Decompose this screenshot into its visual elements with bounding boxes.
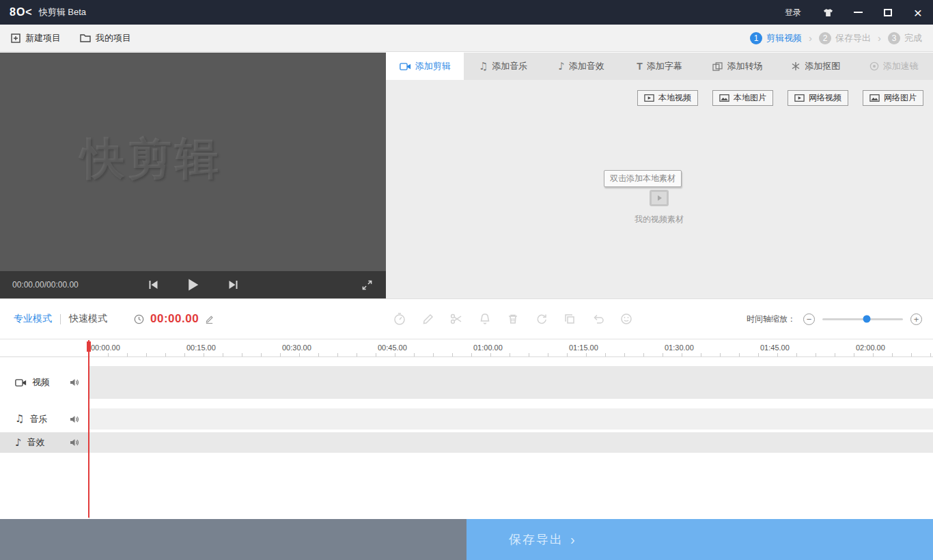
- copy-icon[interactable]: [563, 312, 576, 326]
- project-toolbar: 新建项目 我的项目 1 剪辑视频 › 2 保存导出 › 3 完成: [0, 25, 933, 52]
- tab-add-speed-lens[interactable]: 添加速镜: [855, 53, 933, 80]
- skip-start-button[interactable]: [148, 279, 158, 290]
- video-file-icon[interactable]: [649, 189, 669, 207]
- local-video-button[interactable]: 本地视频: [637, 90, 698, 106]
- empty-state: 双击添加本地素材 我的视频素材: [577, 170, 741, 229]
- edit-tool-icons: [393, 299, 633, 339]
- save-export-button[interactable]: 保存导出 ›: [466, 519, 933, 560]
- add-material-tooltip: 双击添加本地素材: [604, 170, 682, 187]
- zoom-out-button[interactable]: −: [803, 313, 815, 325]
- main-area: 快剪辑 00:00.00/00:00.00: [0, 53, 933, 298]
- playhead-marker[interactable]: [87, 341, 91, 352]
- music-note-icon: ♫: [479, 61, 488, 72]
- local-image-button[interactable]: 本地图片: [712, 90, 773, 106]
- tab-add-music[interactable]: ♫ 添加音乐: [464, 53, 542, 80]
- speed-lens-icon: [869, 61, 879, 71]
- step-separator: ›: [809, 32, 812, 44]
- sticker-smile-icon[interactable]: [619, 312, 633, 326]
- skin-icon[interactable]: [813, 8, 843, 17]
- tab-label: 添加字幕: [647, 60, 682, 72]
- step-label: 剪辑视频: [766, 32, 802, 44]
- mute-music-button[interactable]: [70, 415, 79, 423]
- scissors-icon[interactable]: [449, 312, 463, 326]
- sound-note-icon: ♪: [558, 61, 565, 72]
- source-button-label: 本地图片: [734, 92, 766, 104]
- tab-add-sound-effect[interactable]: ♪ 添加音效: [542, 53, 620, 80]
- ruler-label: 01:45.00: [760, 344, 790, 352]
- timeline-ruler[interactable]: 00:00.00 00:15.00 00:30.00 00:45.00 01:0…: [0, 340, 933, 357]
- mute-sound-button[interactable]: [70, 438, 79, 447]
- step-save-export[interactable]: 2 保存导出: [819, 32, 871, 44]
- close-icon: ×: [914, 5, 922, 20]
- zoom-slider-thumb[interactable]: [863, 316, 870, 323]
- zoom-label: 时间轴缩放：: [747, 313, 796, 325]
- footer: 保存导出 ›: [0, 519, 933, 560]
- track-label: 音效: [27, 436, 45, 449]
- trash-icon[interactable]: [506, 312, 520, 326]
- new-project-button[interactable]: 新建项目: [11, 32, 61, 44]
- sound-track-lane[interactable]: [89, 432, 933, 453]
- web-image-button[interactable]: 网络图片: [863, 90, 923, 106]
- track-label: 音乐: [29, 413, 47, 425]
- mode-switch: 专业模式 快速模式: [14, 299, 107, 339]
- music-track-lane[interactable]: [89, 408, 933, 430]
- skip-end-button[interactable]: [227, 279, 238, 290]
- zoom-slider[interactable]: [822, 318, 903, 320]
- tab-add-transition[interactable]: 添加转场: [699, 53, 777, 80]
- matting-icon: [791, 61, 800, 71]
- app-logo: 8O<: [10, 6, 33, 18]
- minimize-icon: [854, 12, 863, 13]
- ruler-label: 01:15.00: [569, 344, 598, 352]
- save-export-label: 保存导出: [509, 531, 563, 548]
- web-video-button[interactable]: 网络视频: [788, 90, 848, 106]
- image-icon: [869, 94, 880, 102]
- music-note-icon: ♫: [15, 414, 24, 424]
- footer-bar: [0, 519, 466, 560]
- image-icon: [719, 94, 729, 102]
- app-window: 8O< 快剪辑 Beta 登录 × 新建项目 我的项目 1: [0, 0, 933, 560]
- tab-add-subtitle[interactable]: T 添加字幕: [620, 53, 698, 80]
- tab-add-matting[interactable]: 添加抠图: [777, 53, 854, 80]
- titlebar-controls: 登录 ×: [772, 0, 933, 25]
- minimize-button[interactable]: [843, 0, 873, 25]
- rotate-icon[interactable]: [535, 312, 548, 326]
- panel-body: 本地视频 本地图片 网络视频: [386, 80, 933, 298]
- playhead[interactable]: [88, 340, 89, 518]
- bell-icon[interactable]: [478, 312, 492, 326]
- maximize-button[interactable]: [873, 0, 903, 25]
- video-preview: 快剪辑: [0, 53, 386, 271]
- play-rect-icon: [644, 94, 654, 102]
- clock-icon: [134, 314, 144, 324]
- quick-mode-button[interactable]: 快速模式: [69, 313, 107, 325]
- stopwatch-icon[interactable]: [393, 312, 406, 326]
- step-number: 1: [750, 32, 762, 44]
- zoom-in-button[interactable]: +: [910, 313, 922, 325]
- divider: [60, 314, 61, 324]
- professional-mode-button[interactable]: 专业模式: [14, 313, 52, 325]
- source-button-label: 网络图片: [884, 92, 917, 104]
- my-projects-button[interactable]: 我的项目: [80, 32, 131, 44]
- fullscreen-button[interactable]: [362, 280, 372, 290]
- ruler-label: 00:30.00: [282, 344, 311, 352]
- edit-time-icon[interactable]: [205, 315, 214, 324]
- pencil-icon[interactable]: [421, 312, 435, 326]
- play-button[interactable]: [187, 279, 199, 291]
- step-label: 保存导出: [835, 32, 871, 44]
- tab-label: 添加剪辑: [415, 60, 451, 72]
- playback-bar: 00:00.00/00:00.00: [0, 271, 386, 298]
- tab-add-clip[interactable]: 添加剪辑: [386, 53, 464, 80]
- close-button[interactable]: ×: [903, 0, 933, 25]
- undo-icon[interactable]: [591, 312, 605, 326]
- step-number: 3: [888, 32, 900, 44]
- mute-video-button[interactable]: [70, 378, 79, 387]
- timeline-zoom: 时间轴缩放： − +: [747, 299, 922, 339]
- login-button[interactable]: 登录: [772, 7, 813, 18]
- music-track-header: ♫ 音乐: [0, 408, 89, 430]
- step-done[interactable]: 3 完成: [888, 32, 922, 44]
- step-number: 2: [819, 32, 831, 44]
- step-separator: ›: [878, 32, 881, 44]
- current-time: 00:00.00: [150, 312, 199, 326]
- ruler-label: 01:00.00: [473, 344, 503, 352]
- step-edit-video[interactable]: 1 剪辑视频: [750, 32, 802, 44]
- video-track-lane[interactable]: [89, 366, 933, 399]
